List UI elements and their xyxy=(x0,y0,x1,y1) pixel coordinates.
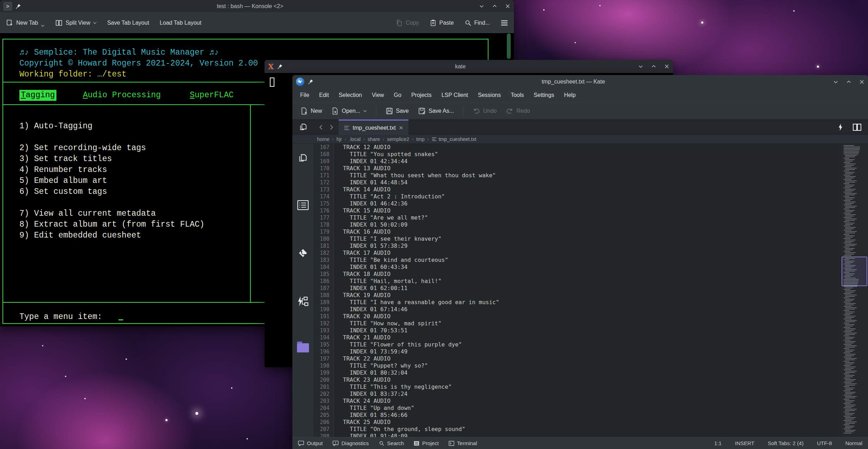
editor-line[interactable]: 173 TRACK 14 AUDIO xyxy=(314,186,840,193)
breadcrumb-item-hjr[interactable]: hjr xyxy=(336,136,342,142)
new-tab-dropdown-icon[interactable] xyxy=(41,24,44,27)
lsp-symbols-tool-icon[interactable] xyxy=(297,296,309,307)
editor-line[interactable]: 186 TITLE "Hail, mortal, hail!" xyxy=(314,278,840,285)
editor-line[interactable]: 200 TRACK 23 AUDIO xyxy=(314,376,840,383)
editor-line[interactable]: 189 TITLE "I have a reasnable good ear i… xyxy=(314,299,840,306)
diagnostics-panel-button[interactable]: Diagnostics xyxy=(333,440,369,446)
editor-line[interactable]: 207 TITLE "On the ground, sleep sound" xyxy=(314,426,840,433)
editor-rows[interactable]: 167 TRACK 12 AUDIO168 TITLE "You spotted… xyxy=(314,144,840,437)
back-icon[interactable] xyxy=(317,123,325,131)
menu-file[interactable]: File xyxy=(295,88,314,102)
editor-line[interactable]: 183 TITLE "Be kind and courteous" xyxy=(314,257,840,264)
editor-line[interactable]: 206 TRACK 25 AUDIO xyxy=(314,419,840,426)
editor-line[interactable]: 176 TRACK 15 AUDIO xyxy=(314,207,840,214)
maximize-button[interactable] xyxy=(651,64,656,69)
editor-line[interactable]: 181 INDEX 01 57:38:29 xyxy=(314,242,840,250)
menu-go[interactable]: Go xyxy=(389,88,406,102)
minimize-button[interactable] xyxy=(833,79,838,85)
maximize-button[interactable] xyxy=(846,79,851,85)
split-view-icon[interactable] xyxy=(852,123,862,131)
editor-line[interactable]: 208 INDEX 01 91:48:09 xyxy=(314,433,840,437)
breadcrumb-file[interactable]: tmp_cuesheet.txt xyxy=(432,136,477,142)
breadcrumb-item-tmp[interactable]: tmp xyxy=(416,136,424,142)
tab-tmp-cuesheet[interactable]: tmp_cuesheet.txt ✕ xyxy=(339,119,408,135)
editor-line[interactable]: 179 TRACK 16 AUDIO xyxy=(314,228,840,235)
menu-sessions[interactable]: Sessions xyxy=(473,88,506,102)
semplice-tab-audio-processing[interactable]: Audio Processing xyxy=(83,90,161,101)
menu-view[interactable]: View xyxy=(367,88,389,102)
pin-icon[interactable] xyxy=(308,79,314,85)
editor-line[interactable]: 205 INDEX 01 85:46:66 xyxy=(314,412,840,419)
open-dropdown-icon[interactable] xyxy=(363,110,367,112)
editor-line[interactable]: 187 INDEX 01 62:00:11 xyxy=(314,285,840,292)
menu-projects[interactable]: Projects xyxy=(406,88,437,102)
editor-line[interactable]: 198 TITLE "Puppet? why so?" xyxy=(314,362,840,369)
filesystem-tool-icon[interactable] xyxy=(297,343,309,352)
editor-line[interactable]: 177 TITLE "Are we all met?" xyxy=(314,214,840,221)
menu-edit[interactable]: Edit xyxy=(314,88,334,102)
minimize-button[interactable] xyxy=(638,64,643,69)
open-file-button[interactable]: Open... xyxy=(328,105,369,117)
editor-line[interactable]: 172 INDEX 01 44:48:54 xyxy=(314,179,840,186)
editor-line[interactable]: 169 INDEX 01 42:34:44 xyxy=(314,158,840,165)
encoding[interactable]: UTF-8 xyxy=(817,440,832,446)
new-file-button[interactable]: New xyxy=(297,105,325,117)
input-mode[interactable]: INSERT xyxy=(735,440,754,446)
hamburger-menu-icon[interactable] xyxy=(500,20,508,26)
kate-titlebar[interactable]: tmp_cuesheet.txt — Kate xyxy=(292,75,868,88)
close-button[interactable] xyxy=(664,64,669,69)
cursor-position[interactable]: 1:1 xyxy=(714,440,722,446)
editor-line[interactable]: 180 TITLE "I see their knavery" xyxy=(314,235,840,242)
editor-line[interactable]: 174 TITLE "Act 2 : Introduction" xyxy=(314,193,840,200)
pin-icon[interactable] xyxy=(277,64,283,69)
close-button[interactable] xyxy=(859,79,864,85)
git-tool-icon[interactable] xyxy=(297,247,309,259)
editor-line[interactable]: 195 TITLE "Flower of this purple dye" xyxy=(314,341,840,348)
konsole-titlebar[interactable]: > test : bash — Konsole <2> xyxy=(0,0,514,12)
paste-button[interactable]: Paste xyxy=(430,19,454,26)
editor-line[interactable]: 188 TRACK 19 AUDIO xyxy=(314,292,840,299)
close-button[interactable] xyxy=(505,4,510,9)
tab-settings[interactable]: Soft Tabs: 2 (4) xyxy=(768,440,803,446)
search-panel-button[interactable]: Search xyxy=(379,440,404,446)
editor-line[interactable]: 168 TITLE "You spotted snakes" xyxy=(314,151,840,158)
editor-line[interactable]: 202 INDEX 01 83:37:24 xyxy=(314,390,840,398)
editor-line[interactable]: 167 TRACK 12 AUDIO xyxy=(314,144,840,151)
menu-tools[interactable]: Tools xyxy=(506,88,529,102)
editor-line[interactable]: 196 INDEX 01 73:59:49 xyxy=(314,348,840,355)
editor-line[interactable]: 185 TRACK 18 AUDIO xyxy=(314,271,840,278)
outline-tool-icon[interactable] xyxy=(297,200,309,210)
semplice-tab-tagging[interactable]: Tagging xyxy=(19,90,56,101)
save-tab-layout-button[interactable]: Save Tab Layout xyxy=(107,20,149,26)
editor-view[interactable]: 167 TRACK 12 AUDIO168 TITLE "You spotted… xyxy=(314,144,840,437)
load-tab-layout-button[interactable]: Load Tab Layout xyxy=(160,20,201,26)
breadcrumb-item-local[interactable]: .local xyxy=(349,136,361,142)
split-view-button[interactable]: Split View xyxy=(55,19,97,27)
breadcrumb-item-home[interactable]: home xyxy=(317,136,329,142)
editor-line[interactable]: 201 TITLE "This is thy negligence" xyxy=(314,383,840,390)
kate-host-titlebar[interactable]: X kate xyxy=(265,60,673,73)
semplice-tab-superflac[interactable]: SuperFLAC xyxy=(190,90,233,101)
editor-line[interactable]: 191 TRACK 20 AUDIO xyxy=(314,313,840,320)
pin-icon[interactable] xyxy=(16,4,21,9)
quick-open-icon[interactable] xyxy=(838,123,843,131)
project-panel-button[interactable]: Project xyxy=(414,440,439,446)
documents-tool-icon[interactable] xyxy=(298,153,308,164)
breadcrumb-item-share[interactable]: share xyxy=(368,136,380,142)
editor-line[interactable]: 190 INDEX 01 67:14:46 xyxy=(314,306,840,313)
terminal-panel-button[interactable]: Terminal xyxy=(449,440,477,446)
tab-close-icon[interactable]: ✕ xyxy=(399,125,403,131)
editor-line[interactable]: 194 TRACK 21 AUDIO xyxy=(314,334,840,341)
editor-line[interactable]: 203 TRACK 24 AUDIO xyxy=(314,398,840,405)
editor-line[interactable]: 199 INDEX 01 80:32:04 xyxy=(314,369,840,376)
editor-line[interactable]: 197 TRACK 22 AUDIO xyxy=(314,355,840,362)
split-view-dropdown-icon[interactable] xyxy=(93,21,97,24)
editor-line[interactable]: 193 INDEX 01 70:53:51 xyxy=(314,327,840,334)
new-tab-button[interactable]: New Tab xyxy=(6,19,44,27)
konsole-scrollbar[interactable] xyxy=(507,33,511,59)
editor-line[interactable]: 182 TRACK 17 AUDIO xyxy=(314,250,840,257)
menu-help[interactable]: Help xyxy=(559,88,581,102)
session-name[interactable]: Normal xyxy=(845,440,862,446)
editor-line[interactable]: 171 TITLE "What thou seest when thou dos… xyxy=(314,172,840,179)
menu-selection[interactable]: Selection xyxy=(334,88,367,102)
